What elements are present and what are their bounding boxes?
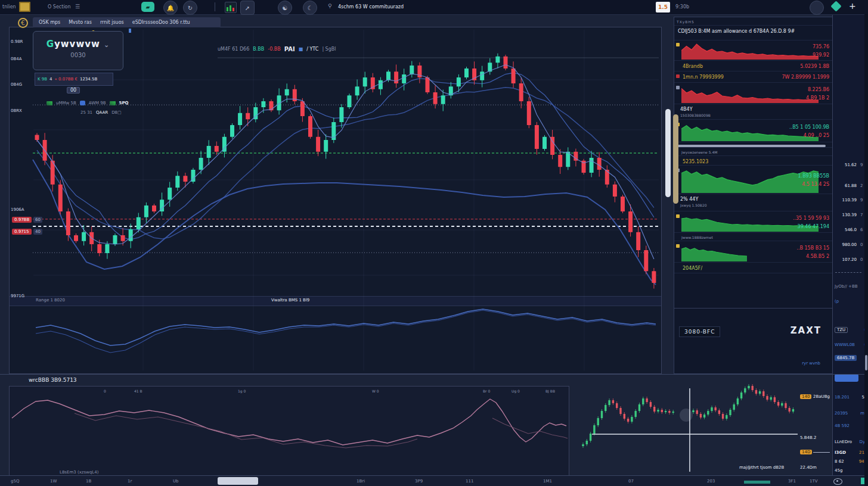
- tab-item-1[interactable]: Mvsto ras: [69, 20, 92, 25]
- chat-button[interactable]: ▰: [141, 2, 154, 12]
- tab-item-2[interactable]: rrnit jsuos: [100, 20, 124, 25]
- indicator-axis-tick: W 0: [372, 389, 379, 393]
- time-tick: 1M1: [543, 479, 552, 484]
- ohlc-cell-2: « 0.07BB €: [55, 77, 78, 82]
- volume-sma-label: Vwaltra BMS 1 Bl9: [271, 298, 309, 303]
- legend-text: PAI: [284, 46, 295, 52]
- indicator-chip-icon: [80, 101, 85, 105]
- mini-price-label: 2BaUBg: [813, 394, 830, 399]
- time-tick: 1W: [50, 479, 57, 484]
- legend-text: uMMw 5B: [56, 101, 76, 105]
- user-icon[interactable]: ☾: [303, 1, 317, 15]
- price-scale-label: 9971G: [11, 294, 24, 298]
- price-scale-label: 1906A: [11, 207, 24, 212]
- symbol-code: 0030: [33, 52, 123, 58]
- price-tag: 0.97BB: [12, 217, 32, 223]
- spark-up-icon: [46, 101, 52, 105]
- legend-text: 25 31: [80, 110, 92, 115]
- time-tick: g5Q: [11, 479, 19, 484]
- clock-label: 9:30b: [675, 4, 689, 10]
- interval-badge[interactable]: 00: [67, 87, 80, 94]
- time-scrollbar-thumb[interactable]: [218, 477, 258, 485]
- mini-chart-caption: maj@thrt tjsom dB2B: [739, 465, 784, 470]
- legend-text: / YTC: [306, 46, 318, 52]
- mini-price-label: 5.B4B.2: [800, 435, 816, 440]
- time-tick: 1TV: [810, 479, 818, 484]
- ohlc-readout: K 9B4« 0.07BB €1234.5B: [35, 73, 113, 86]
- pin-icon[interactable]: ⚲: [328, 3, 332, 9]
- globe-icon[interactable]: ☯: [278, 1, 292, 15]
- legend-text: ■: [299, 46, 303, 52]
- indicator-legend-1[interactable]: uMMw 5BAWM 9B5PQ: [46, 101, 129, 105]
- time-tick: Ub: [173, 479, 179, 484]
- bell-icon[interactable]: 🔔: [163, 1, 178, 15]
- news-logo-icon[interactable]: 1.5: [656, 2, 670, 13]
- mini-price-badge: 14D: [800, 450, 812, 454]
- time-tick: 3P9: [415, 479, 423, 484]
- tab-item-0[interactable]: OSK mps: [39, 20, 60, 25]
- symbol-name: ywvwvw: [54, 39, 100, 49]
- sidebar-vertical-scrollbar[interactable]: [673, 114, 678, 204]
- ohlc-cell-1: 4: [49, 77, 52, 82]
- legend-text: D8▢: [111, 110, 121, 115]
- charts-canvas[interactable]: [0, 0, 868, 486]
- share-icon[interactable]: ➚: [240, 1, 255, 15]
- refresh-icon[interactable]: ↻: [183, 1, 197, 15]
- avatar[interactable]: [810, 1, 824, 15]
- chart-title-legend: uM4F 61 D66B.BB-0.BBPAI■/ YTC| SgBl: [218, 46, 336, 52]
- time-tick: 07: [628, 479, 634, 484]
- spark-up-icon: [110, 101, 116, 105]
- price-scale-label: 0B4G: [11, 82, 22, 87]
- price-scale-label: 0B4A: [11, 57, 22, 61]
- session-marker: [744, 481, 770, 484]
- indicator-axis-tick: 41 B: [134, 389, 142, 393]
- price-tag-sub: 60: [33, 217, 42, 223]
- top-toolbar: tnlien O Section ☰ ▰ 🔔 ↻ ➚ ☯ ☾ ⚲ 4schm 6…: [0, 0, 868, 15]
- indicator-caption: L8sEm3 (xzswqL4): [60, 470, 98, 475]
- chart-vertical-scrollbar[interactable]: [665, 109, 671, 197]
- ohlc-cell-0: K 9B: [38, 77, 47, 82]
- indicator-axis-tick: 1g 0: [238, 389, 246, 393]
- legend-text: AWM 9B: [89, 101, 106, 105]
- price-scale-label: 0BRX: [11, 108, 22, 113]
- legend-text: | SgBl: [322, 46, 336, 52]
- legend-text: uM4F 61 D66: [218, 46, 249, 52]
- tab-item-3[interactable]: eSDIrssseoDoo 306 r.ttu: [132, 20, 190, 25]
- chart-thumbnail-icon[interactable]: [225, 2, 237, 13]
- indicator-axis-tick: Ug 0: [512, 389, 520, 393]
- diamond-icon[interactable]: [830, 1, 841, 11]
- time-axis: g5Q1W1B1rUb1Bri3P91111M1072033F11TV: [0, 475, 868, 486]
- eye-icon[interactable]: [833, 478, 842, 485]
- symbol-dropdown[interactable]: Gywvwvw ⌄ 0030: [33, 31, 123, 70]
- legend-text: QAAR: [96, 110, 108, 115]
- mini-price-badge: 140: [800, 394, 811, 399]
- time-tick: 3F1: [788, 479, 796, 484]
- add-button[interactable]: +: [849, 1, 856, 11]
- page-scrollbar-track[interactable]: [864, 14, 868, 486]
- time-tick: 1r: [128, 479, 132, 484]
- range-label: Range 1 8020: [36, 298, 65, 303]
- indicator-legend-2[interactable]: 25 31QAARD8▢: [80, 110, 122, 115]
- indicator-axis-tick: Br 0: [483, 389, 490, 393]
- chart-tabbar: OSK mpsMvsto rasrrnit jsuoseSDIrssseoDoo…: [33, 17, 221, 27]
- time-tick: 1B: [86, 479, 91, 484]
- time-tick: 1Bri: [356, 479, 365, 484]
- toolbar-divider: [215, 2, 215, 11]
- mini-level-line: [813, 452, 830, 453]
- menu-icon[interactable]: ☰: [75, 4, 80, 10]
- mini-price-label: 22.4Dm: [800, 465, 817, 470]
- trading-terminal: TXyBH5CDIJ503 B:4M asm allowance d 67B4A…: [0, 0, 868, 486]
- ohlc-cell-3: 1234.5B: [80, 77, 97, 82]
- gold-grid-icon[interactable]: [19, 2, 30, 12]
- app-logo: tnlien: [2, 4, 16, 10]
- legend-text: 5PQ: [119, 101, 129, 105]
- legend-text: B.BB: [253, 46, 264, 52]
- coin-logo-icon: €: [18, 18, 28, 28]
- chevron-down-icon[interactable]: ⌄: [104, 41, 110, 49]
- time-tick: 111: [466, 479, 473, 484]
- time-tick: 203: [707, 479, 715, 484]
- indicator-title: wrcBBB 3B9.5713: [29, 377, 77, 383]
- page-scrollbar-thumb[interactable]: [865, 355, 867, 370]
- indicator-axis-tick: 0: [104, 389, 106, 393]
- section-label[interactable]: O Section: [48, 4, 71, 10]
